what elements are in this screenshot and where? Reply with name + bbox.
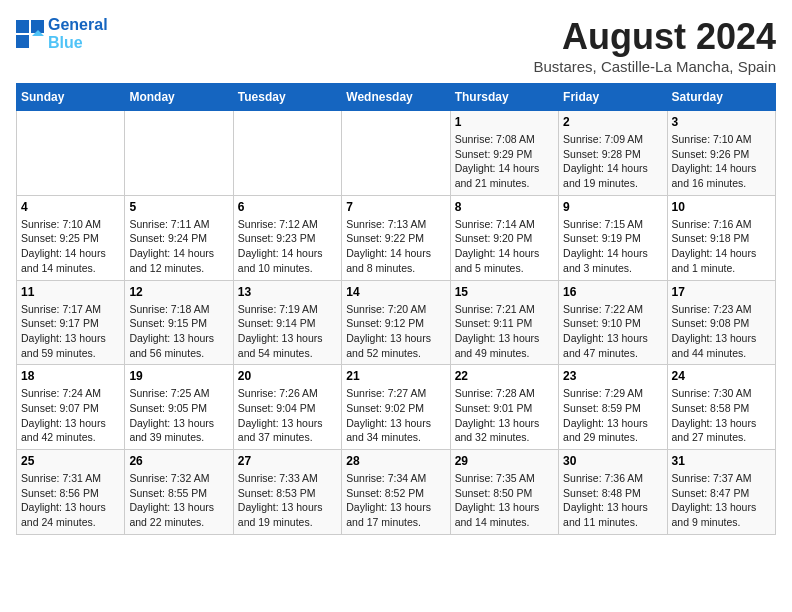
calendar-cell: 7Sunrise: 7:13 AM Sunset: 9:22 PM Daylig…	[342, 195, 450, 280]
calendar-cell: 17Sunrise: 7:23 AM Sunset: 9:08 PM Dayli…	[667, 280, 775, 365]
calendar-cell: 18Sunrise: 7:24 AM Sunset: 9:07 PM Dayli…	[17, 365, 125, 450]
calendar-cell: 24Sunrise: 7:30 AM Sunset: 8:58 PM Dayli…	[667, 365, 775, 450]
calendar-week-row: 4Sunrise: 7:10 AM Sunset: 9:25 PM Daylig…	[17, 195, 776, 280]
location-subtitle: Bustares, Castille-La Mancha, Spain	[533, 58, 776, 75]
day-number: 7	[346, 200, 445, 214]
day-number: 16	[563, 285, 662, 299]
day-number: 5	[129, 200, 228, 214]
calendar-cell: 21Sunrise: 7:27 AM Sunset: 9:02 PM Dayli…	[342, 365, 450, 450]
day-number: 19	[129, 369, 228, 383]
logo-blue: Blue	[48, 34, 108, 52]
day-number: 2	[563, 115, 662, 129]
svg-rect-0	[16, 20, 29, 33]
page-header: General Blue August 2024 Bustares, Casti…	[16, 16, 776, 75]
calendar-cell: 2Sunrise: 7:09 AM Sunset: 9:28 PM Daylig…	[559, 111, 667, 196]
calendar-cell: 23Sunrise: 7:29 AM Sunset: 8:59 PM Dayli…	[559, 365, 667, 450]
day-number: 13	[238, 285, 337, 299]
weekday-header-row: SundayMondayTuesdayWednesdayThursdayFrid…	[17, 84, 776, 111]
cell-content: Sunrise: 7:37 AM Sunset: 8:47 PM Dayligh…	[672, 471, 771, 530]
calendar-cell: 9Sunrise: 7:15 AM Sunset: 9:19 PM Daylig…	[559, 195, 667, 280]
calendar-week-row: 11Sunrise: 7:17 AM Sunset: 9:17 PM Dayli…	[17, 280, 776, 365]
day-number: 31	[672, 454, 771, 468]
calendar-cell: 14Sunrise: 7:20 AM Sunset: 9:12 PM Dayli…	[342, 280, 450, 365]
weekday-header-friday: Friday	[559, 84, 667, 111]
calendar-cell: 29Sunrise: 7:35 AM Sunset: 8:50 PM Dayli…	[450, 450, 558, 535]
day-number: 11	[21, 285, 120, 299]
cell-content: Sunrise: 7:27 AM Sunset: 9:02 PM Dayligh…	[346, 386, 445, 445]
calendar-cell: 15Sunrise: 7:21 AM Sunset: 9:11 PM Dayli…	[450, 280, 558, 365]
day-number: 14	[346, 285, 445, 299]
calendar-cell: 22Sunrise: 7:28 AM Sunset: 9:01 PM Dayli…	[450, 365, 558, 450]
calendar-cell: 11Sunrise: 7:17 AM Sunset: 9:17 PM Dayli…	[17, 280, 125, 365]
calendar-cell: 3Sunrise: 7:10 AM Sunset: 9:26 PM Daylig…	[667, 111, 775, 196]
day-number: 10	[672, 200, 771, 214]
cell-content: Sunrise: 7:23 AM Sunset: 9:08 PM Dayligh…	[672, 302, 771, 361]
cell-content: Sunrise: 7:21 AM Sunset: 9:11 PM Dayligh…	[455, 302, 554, 361]
calendar-cell: 25Sunrise: 7:31 AM Sunset: 8:56 PM Dayli…	[17, 450, 125, 535]
day-number: 22	[455, 369, 554, 383]
cell-content: Sunrise: 7:14 AM Sunset: 9:20 PM Dayligh…	[455, 217, 554, 276]
cell-content: Sunrise: 7:30 AM Sunset: 8:58 PM Dayligh…	[672, 386, 771, 445]
calendar-cell: 16Sunrise: 7:22 AM Sunset: 9:10 PM Dayli…	[559, 280, 667, 365]
calendar-cell: 27Sunrise: 7:33 AM Sunset: 8:53 PM Dayli…	[233, 450, 341, 535]
cell-content: Sunrise: 7:12 AM Sunset: 9:23 PM Dayligh…	[238, 217, 337, 276]
day-number: 21	[346, 369, 445, 383]
cell-content: Sunrise: 7:09 AM Sunset: 9:28 PM Dayligh…	[563, 132, 662, 191]
day-number: 24	[672, 369, 771, 383]
weekday-header-monday: Monday	[125, 84, 233, 111]
calendar-cell: 31Sunrise: 7:37 AM Sunset: 8:47 PM Dayli…	[667, 450, 775, 535]
day-number: 4	[21, 200, 120, 214]
cell-content: Sunrise: 7:34 AM Sunset: 8:52 PM Dayligh…	[346, 471, 445, 530]
weekday-header-saturday: Saturday	[667, 84, 775, 111]
day-number: 25	[21, 454, 120, 468]
calendar-cell	[233, 111, 341, 196]
day-number: 17	[672, 285, 771, 299]
logo-general: General	[48, 16, 108, 33]
day-number: 26	[129, 454, 228, 468]
cell-content: Sunrise: 7:22 AM Sunset: 9:10 PM Dayligh…	[563, 302, 662, 361]
cell-content: Sunrise: 7:31 AM Sunset: 8:56 PM Dayligh…	[21, 471, 120, 530]
calendar-cell	[342, 111, 450, 196]
day-number: 27	[238, 454, 337, 468]
title-section: August 2024 Bustares, Castille-La Mancha…	[533, 16, 776, 75]
calendar-cell: 1Sunrise: 7:08 AM Sunset: 9:29 PM Daylig…	[450, 111, 558, 196]
weekday-header-thursday: Thursday	[450, 84, 558, 111]
calendar-cell	[125, 111, 233, 196]
calendar-cell: 6Sunrise: 7:12 AM Sunset: 9:23 PM Daylig…	[233, 195, 341, 280]
calendar-cell: 26Sunrise: 7:32 AM Sunset: 8:55 PM Dayli…	[125, 450, 233, 535]
calendar-cell: 10Sunrise: 7:16 AM Sunset: 9:18 PM Dayli…	[667, 195, 775, 280]
day-number: 15	[455, 285, 554, 299]
day-number: 12	[129, 285, 228, 299]
calendar-cell: 20Sunrise: 7:26 AM Sunset: 9:04 PM Dayli…	[233, 365, 341, 450]
cell-content: Sunrise: 7:36 AM Sunset: 8:48 PM Dayligh…	[563, 471, 662, 530]
cell-content: Sunrise: 7:13 AM Sunset: 9:22 PM Dayligh…	[346, 217, 445, 276]
cell-content: Sunrise: 7:11 AM Sunset: 9:24 PM Dayligh…	[129, 217, 228, 276]
logo-icon	[16, 20, 44, 48]
cell-content: Sunrise: 7:16 AM Sunset: 9:18 PM Dayligh…	[672, 217, 771, 276]
logo: General Blue	[16, 16, 108, 51]
cell-content: Sunrise: 7:18 AM Sunset: 9:15 PM Dayligh…	[129, 302, 228, 361]
calendar-week-row: 25Sunrise: 7:31 AM Sunset: 8:56 PM Dayli…	[17, 450, 776, 535]
day-number: 8	[455, 200, 554, 214]
calendar-cell: 30Sunrise: 7:36 AM Sunset: 8:48 PM Dayli…	[559, 450, 667, 535]
day-number: 23	[563, 369, 662, 383]
cell-content: Sunrise: 7:10 AM Sunset: 9:26 PM Dayligh…	[672, 132, 771, 191]
calendar-cell: 12Sunrise: 7:18 AM Sunset: 9:15 PM Dayli…	[125, 280, 233, 365]
cell-content: Sunrise: 7:19 AM Sunset: 9:14 PM Dayligh…	[238, 302, 337, 361]
cell-content: Sunrise: 7:15 AM Sunset: 9:19 PM Dayligh…	[563, 217, 662, 276]
day-number: 3	[672, 115, 771, 129]
calendar-cell: 4Sunrise: 7:10 AM Sunset: 9:25 PM Daylig…	[17, 195, 125, 280]
cell-content: Sunrise: 7:35 AM Sunset: 8:50 PM Dayligh…	[455, 471, 554, 530]
day-number: 9	[563, 200, 662, 214]
calendar-table: SundayMondayTuesdayWednesdayThursdayFrid…	[16, 83, 776, 535]
day-number: 6	[238, 200, 337, 214]
day-number: 29	[455, 454, 554, 468]
cell-content: Sunrise: 7:17 AM Sunset: 9:17 PM Dayligh…	[21, 302, 120, 361]
cell-content: Sunrise: 7:08 AM Sunset: 9:29 PM Dayligh…	[455, 132, 554, 191]
weekday-header-wednesday: Wednesday	[342, 84, 450, 111]
weekday-header-tuesday: Tuesday	[233, 84, 341, 111]
calendar-cell: 5Sunrise: 7:11 AM Sunset: 9:24 PM Daylig…	[125, 195, 233, 280]
cell-content: Sunrise: 7:24 AM Sunset: 9:07 PM Dayligh…	[21, 386, 120, 445]
day-number: 18	[21, 369, 120, 383]
cell-content: Sunrise: 7:33 AM Sunset: 8:53 PM Dayligh…	[238, 471, 337, 530]
